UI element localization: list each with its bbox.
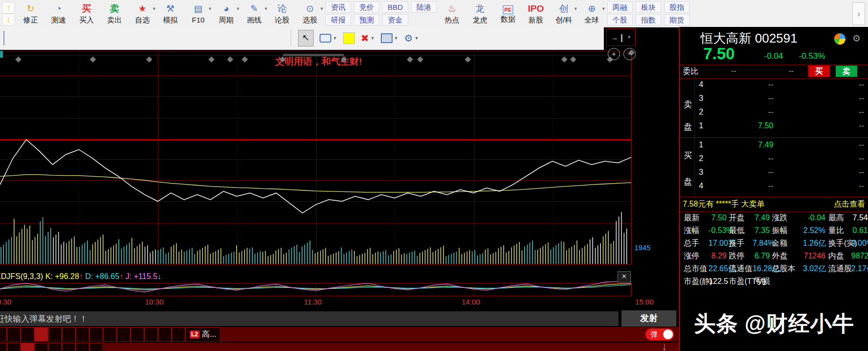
ask-row[interactable]: 4 -- -- — [695, 78, 868, 92]
send-danmaku-button[interactable]: 发射 — [621, 310, 676, 327]
indicator-tab[interactable] — [144, 327, 158, 342]
comment-tool[interactable]: ▼ — [320, 34, 337, 43]
indicator-tab[interactable] — [48, 327, 62, 342]
toolbar-button[interactable]: ♨ 热点 — [438, 0, 466, 26]
jump-to-latest-button[interactable]: →❙ ▼ — [606, 28, 636, 46]
toolbar-expand-button[interactable]: › — [852, 2, 865, 25]
indicator-tab[interactable] — [75, 327, 89, 342]
indicator-tab[interactable] — [158, 327, 172, 342]
draw-tool-icon[interactable] — [51, 30, 66, 47]
draw-tool-icon[interactable] — [272, 30, 287, 47]
draw-tool-icon[interactable] — [66, 30, 81, 47]
big-order-link[interactable]: 点击查看 — [834, 199, 865, 210]
big-order-alert[interactable]: 7.58元有 *****手 大卖单 点击查看 — [680, 197, 868, 211]
zoom-out-button[interactable]: − — [623, 48, 636, 60]
toolbar-button[interactable]: ⊙ 选股 ▼ — [296, 0, 324, 26]
zoom-in-button[interactable]: + — [608, 48, 620, 60]
toolbar-button[interactable]: 论 论股 — [268, 0, 296, 26]
draw-tool-icon[interactable] — [169, 30, 184, 47]
toolbar-link[interactable]: 资讯 — [325, 1, 351, 13]
draw-tool-icon[interactable] — [213, 30, 228, 47]
l2-tab[interactable]: L2 高... — [185, 327, 221, 342]
toolbar-button[interactable]: ▤ F10 ▼ — [184, 0, 212, 26]
danmaku-input[interactable] — [0, 311, 619, 326]
info-tab[interactable] — [0, 343, 7, 351]
toolbar-button[interactable]: ★ 自选 ▼ — [128, 0, 156, 26]
toolbar-link[interactable]: 两融 — [607, 1, 633, 13]
draw-tool-icon[interactable] — [228, 30, 243, 47]
draw-tool-icon[interactable] — [22, 30, 37, 47]
clear-drawings-tool[interactable]: ✖▼ — [361, 32, 375, 44]
sell-button[interactable]: 卖 — [836, 66, 857, 77]
draw-tool-icon[interactable] — [243, 30, 257, 47]
draw-tool-icon[interactable] — [81, 30, 96, 47]
indicator-tab[interactable] — [130, 327, 144, 342]
bid-row[interactable]: 1 7.49 -- — [695, 139, 868, 152]
toolbar-button[interactable]: ⚒ 模拟 — [156, 0, 184, 26]
draw-tool-icon[interactable] — [7, 30, 22, 47]
info-tab[interactable] — [21, 343, 34, 351]
buy-button[interactable]: 买 — [808, 66, 830, 77]
scroll-down-icon[interactable]: ↓ — [662, 340, 667, 351]
toolbar-button[interactable]: 买 买入 — [73, 0, 100, 26]
toolbar-link[interactable]: 预测 — [354, 14, 379, 25]
draw-tool-icon[interactable] — [184, 30, 198, 47]
draw-tool-icon[interactable] — [110, 30, 125, 47]
screenshot-tool[interactable]: ▼ — [381, 33, 398, 43]
bid-row[interactable]: 4 -- -- — [695, 180, 868, 193]
toolbar-button[interactable]: 创 创/科 ▼ — [550, 0, 578, 26]
draw-tool-icon[interactable] — [96, 30, 110, 47]
toolbar-link[interactable]: 研报 — [325, 14, 351, 25]
toolbar-link[interactable]: 股指 — [664, 1, 690, 13]
bid-row[interactable]: 2 -- -- — [695, 152, 868, 166]
page-up-button[interactable]: ↑ — [2, 2, 15, 14]
toolbar-button[interactable]: 龙 龙虎 — [466, 0, 494, 26]
toolbar-link[interactable]: BBD — [382, 1, 408, 13]
toolbar-link[interactable]: 竞价 — [354, 1, 379, 13]
toolbar-button[interactable]: 卖 卖出 — [100, 0, 128, 26]
ask-row[interactable]: 2 -- -- — [695, 106, 868, 119]
toolbar-button[interactable]: PE 数据 — [494, 0, 522, 26]
draw-tool-icon[interactable] — [154, 30, 169, 47]
cursor-tool-icon[interactable]: ↖ — [298, 30, 314, 47]
indicator-tab[interactable] — [21, 327, 34, 342]
indicator-tab[interactable] — [89, 327, 103, 342]
info-tab[interactable] — [48, 343, 62, 351]
indicator-tab[interactable] — [103, 327, 117, 342]
toolbar-link[interactable]: 陆港 — [411, 1, 437, 13]
indicator-tab[interactable] — [7, 327, 21, 342]
indicator-tab[interactable] — [0, 327, 7, 342]
draw-tool-icon[interactable] — [198, 30, 213, 47]
draw-tool-icon[interactable] — [37, 30, 51, 47]
toolbar-link[interactable]: 资金 — [382, 14, 408, 25]
page-down-button[interactable]: ↓ — [2, 14, 15, 25]
draw-tool-icon[interactable] — [257, 30, 272, 47]
toolbar-button[interactable]: ◔ 测速 — [45, 0, 73, 26]
close-icon[interactable]: ✕ — [618, 271, 631, 282]
gear-icon[interactable]: ⚙ — [852, 33, 861, 44]
info-tab[interactable] — [62, 343, 75, 351]
color-swatch[interactable] — [343, 32, 355, 44]
info-tab[interactable] — [75, 343, 89, 351]
toolbar-link[interactable]: 板块 — [636, 1, 661, 13]
draw-tool-icon[interactable] — [125, 30, 140, 47]
toolbar-button[interactable]: ◕ 周期 ▼ — [212, 0, 240, 26]
toolbar-button[interactable]: ↻ 修正 — [17, 0, 45, 26]
danmaku-toggle[interactable]: 弹 — [645, 328, 674, 340]
toolbar-button[interactable]: IPO 新股 — [522, 0, 550, 26]
info-tab[interactable] — [34, 343, 48, 351]
indicator-tab[interactable] — [34, 327, 48, 342]
toolbar-link[interactable]: 指数 — [636, 14, 661, 25]
indicator-tab[interactable] — [62, 327, 75, 342]
indicator-tab[interactable] — [172, 327, 185, 342]
indicator-tab[interactable] — [117, 327, 130, 342]
info-tab[interactable] — [89, 343, 103, 351]
toolbar-button[interactable]: ⊕ 全球 ▼ — [578, 0, 606, 26]
toolbar-link[interactable]: 期货 — [664, 14, 690, 25]
info-tab[interactable] — [7, 343, 21, 351]
toolbar-button[interactable]: ✎ 画线 ▼ — [240, 0, 268, 26]
toolbar-link[interactable]: 个股 — [607, 14, 633, 25]
draw-tool-icon[interactable] — [140, 30, 154, 47]
ask-row[interactable]: 1 7.50 -- — [695, 119, 868, 133]
ask-row[interactable]: 3 -- -- — [695, 92, 868, 106]
